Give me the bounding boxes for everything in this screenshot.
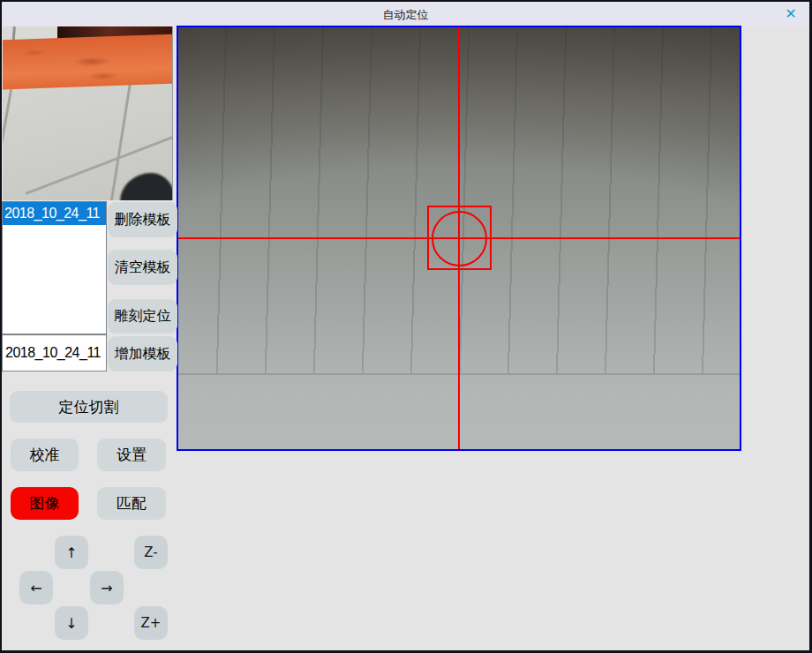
match-region-circle [432,211,487,266]
engrave-position-button[interactable]: 雕刻定位 [108,299,177,334]
template-name-input[interactable] [2,334,107,372]
template-thumbnail-preview [3,26,173,200]
camera-view[interactable] [177,26,741,451]
dialog-title: 自动定位 [2,7,809,23]
titlebar: 自动定位 ✕ [2,2,809,26]
jog-up-button[interactable]: ↑ [55,536,88,569]
jog-down-button[interactable]: ↓ [55,606,88,640]
add-template-button[interactable]: 增加模板 [108,336,177,372]
template-list-item[interactable]: 2018_10_24_11 [3,202,106,225]
auto-position-dialog: 自动定位 ✕ 2018_10_24_11 删除模板 清空模板 雕刻定位 增加模板… [0,0,812,653]
jog-left-button[interactable]: ← [19,571,53,604]
position-cut-button[interactable]: 定位切割 [10,391,168,423]
clear-template-button[interactable]: 清空模板 [108,250,177,285]
match-button[interactable]: 匹配 [97,487,166,520]
jog-right-button[interactable]: → [90,571,124,604]
template-list[interactable]: 2018_10_24_11 [2,201,107,334]
jog-z-plus-button[interactable]: Z+ [134,606,168,640]
thumbnail-orange-beam [3,34,173,89]
jog-z-minus-button[interactable]: Z- [134,536,168,569]
image-button-active[interactable]: 图像 [11,487,79,520]
delete-template-button[interactable]: 删除模板 [108,202,177,237]
calibrate-button[interactable]: 校准 [11,439,79,471]
settings-button[interactable]: 设置 [97,439,166,471]
close-icon[interactable]: ✕ [781,4,801,24]
